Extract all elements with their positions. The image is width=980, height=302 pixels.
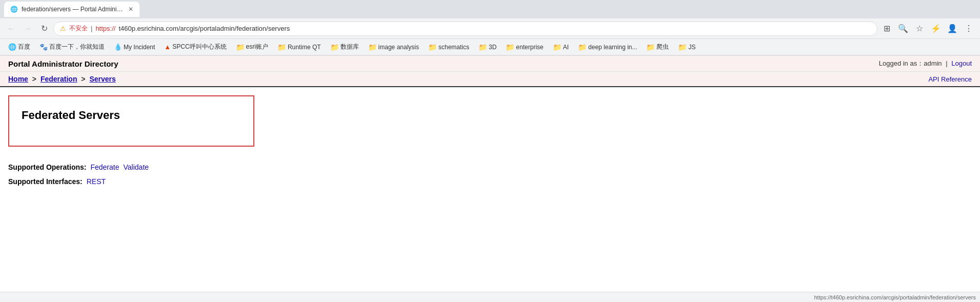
url-separator: | [91, 25, 92, 32]
breadcrumb-servers-link[interactable]: Servers [89, 75, 115, 83]
bookmark-3d[interactable]: 📁 3D [474, 42, 501, 52]
bookmark-runtime-qt-label: Runtime QT [288, 44, 321, 51]
schematics-folder-icon: 📁 [428, 43, 437, 51]
bookmark-ai[interactable]: 📁 AI [549, 42, 573, 52]
main-content-box: Federated Servers [8, 95, 254, 147]
supported-operations-row: Supported Operations: Federate Validate [8, 163, 972, 171]
js-folder-icon: 📁 [678, 43, 687, 51]
bookmark-spcc-label: SPCC呼叫中心系统 [172, 43, 226, 51]
my-incident-icon: 💧 [114, 43, 122, 51]
operations-section: Supported Operations: Federate Validate … [0, 155, 980, 200]
portal-header: Portal Administrator Directory Logged in… [0, 56, 980, 72]
profile-icon[interactable]: 👤 [945, 22, 959, 36]
url-bar[interactable]: ⚠ 不安全 | https://t460p.esrichina.com/arcg… [53, 22, 877, 36]
api-reference: API Reference [928, 75, 972, 83]
bookmark-baidu[interactable]: 🌐 百度 [4, 42, 34, 52]
bookmark-spider[interactable]: 📁 爬虫 [642, 42, 673, 52]
search-icon[interactable]: 🔍 [896, 22, 910, 36]
translate-icon[interactable]: ⊞ [879, 22, 894, 36]
bookmark-image-analysis[interactable]: 📁 image analysis [364, 42, 423, 52]
bookmark-ai-label: AI [563, 44, 569, 51]
breadcrumb-home-link[interactable]: Home [8, 75, 28, 83]
image-analysis-folder-icon: 📁 [368, 43, 377, 51]
baidu-search-icon: 🐾 [39, 43, 48, 51]
breadcrumb-federation-link[interactable]: Federation [41, 75, 77, 83]
enterprise-folder-icon: 📁 [506, 43, 514, 51]
breadcrumb-sep2: > [81, 75, 85, 83]
warning-icon: ⚠ [60, 25, 66, 32]
bookmark-runtime-qt[interactable]: 📁 Runtime QT [273, 42, 325, 52]
bookmark-deep-learning[interactable]: 📁 deep learning in... [574, 42, 641, 52]
active-tab[interactable]: 🌐 federation/servers — Portal Administra… [4, 2, 139, 17]
federate-link[interactable]: Federate [90, 163, 119, 171]
bookmark-3d-label: 3D [489, 44, 496, 51]
browser-chrome: 🌐 federation/servers — Portal Administra… [0, 0, 980, 56]
bookmark-my-incident-label: My Incident [124, 44, 155, 51]
api-reference-link[interactable]: API Reference [928, 75, 972, 83]
menu-icon[interactable]: ⋮ [962, 22, 976, 36]
breadcrumb-area: Home > Federation > Servers API Referenc… [0, 72, 980, 87]
ai-folder-icon: 📁 [553, 43, 562, 51]
bookmark-schematics-label: schematics [438, 44, 469, 51]
bookmark-enterprise[interactable]: 📁 enterprise [502, 42, 547, 52]
tab-title: federation/servers — Portal Administrato… [22, 6, 124, 13]
bookmark-esri-account-label: esri账户 [246, 43, 268, 51]
page-heading: Federated Servers [17, 105, 245, 130]
spider-folder-icon: 📁 [646, 43, 655, 51]
bookmark-baidu-search-label: 百度一下，你就知道 [49, 43, 105, 51]
extensions-icon[interactable]: ⚡ [929, 22, 943, 36]
not-secure-label: 不安全 [69, 24, 88, 33]
bookmark-esri-account[interactable]: 📁 esri账户 [232, 42, 272, 52]
bookmark-spcc[interactable]: ▲ SPCC呼叫中心系统 [160, 42, 230, 52]
page-content: Portal Administrator Directory Logged in… [0, 56, 980, 302]
auth-separator: | [946, 59, 947, 67]
portal-admin-title: Portal Administrator Directory [8, 59, 118, 68]
bookmark-spider-label: 爬虫 [656, 43, 669, 51]
spcc-icon: ▲ [164, 43, 171, 51]
3d-folder-icon: 📁 [478, 43, 487, 51]
validate-link[interactable]: Validate [124, 163, 149, 171]
interfaces-label: Supported Interfaces: [8, 177, 83, 186]
bookmark-js[interactable]: 📁 JS [674, 42, 699, 52]
tab-favicon: 🌐 [10, 6, 17, 13]
bookmark-schematics[interactable]: 📁 schematics [424, 42, 473, 52]
bookmark-js-label: JS [688, 44, 695, 51]
logout-link[interactable]: Logout [951, 59, 972, 67]
url-domain: t460p.esrichina.com/arcgis/portaladmin/f… [118, 25, 290, 32]
bookmarks-bar: 🌐 百度 🐾 百度一下，你就知道 💧 My Incident ▲ SPCC呼叫中… [0, 39, 980, 55]
operations-label: Supported Operations: [8, 163, 86, 171]
forward-button[interactable]: → [21, 22, 35, 36]
database-folder-icon: 📁 [330, 43, 339, 51]
bookmark-enterprise-label: enterprise [516, 44, 543, 51]
runtime-qt-folder-icon: 📁 [277, 43, 286, 51]
browser-action-icons: ⊞ 🔍 ☆ ⚡ 👤 ⋮ [879, 22, 976, 36]
bookmark-baidu-label: 百度 [18, 43, 30, 51]
header-auth-info: Logged in as：admin | Logout [879, 59, 972, 68]
bookmark-database[interactable]: 📁 数据库 [326, 42, 363, 52]
bookmark-deep-learning-label: deep learning in... [588, 44, 637, 51]
refresh-button[interactable]: ↻ [37, 22, 51, 36]
nav-bar: ← → ↻ ⚠ 不安全 | https://t460p.esrichina.co… [0, 18, 980, 39]
status-bar: https://t460p.esrichina.com/arcgis/porta… [0, 292, 980, 302]
logged-in-label: Logged in as：admin [879, 59, 942, 67]
breadcrumb-sep1: > [32, 75, 36, 83]
supported-interfaces-row: Supported Interfaces: REST [8, 177, 972, 186]
rest-link[interactable]: REST [87, 177, 106, 186]
status-url: https://t460p.esrichina.com/arcgis/porta… [814, 294, 976, 300]
bookmark-my-incident[interactable]: 💧 My Incident [110, 42, 159, 52]
deep-learning-folder-icon: 📁 [578, 43, 587, 51]
bookmark-image-analysis-label: image analysis [378, 44, 419, 51]
url-https: https:// [95, 25, 115, 32]
tab-close-button[interactable]: ✕ [128, 6, 133, 13]
bookmark-icon[interactable]: ☆ [912, 22, 927, 36]
tab-bar: 🌐 federation/servers — Portal Administra… [0, 0, 980, 18]
breadcrumb: Home > Federation > Servers [8, 75, 116, 83]
esri-account-folder-icon: 📁 [236, 43, 245, 51]
bookmark-baidu-search[interactable]: 🐾 百度一下，你就知道 [35, 42, 109, 52]
bookmark-database-label: 数据库 [341, 43, 359, 51]
back-button[interactable]: ← [4, 22, 18, 36]
baidu-icon: 🌐 [8, 43, 16, 51]
